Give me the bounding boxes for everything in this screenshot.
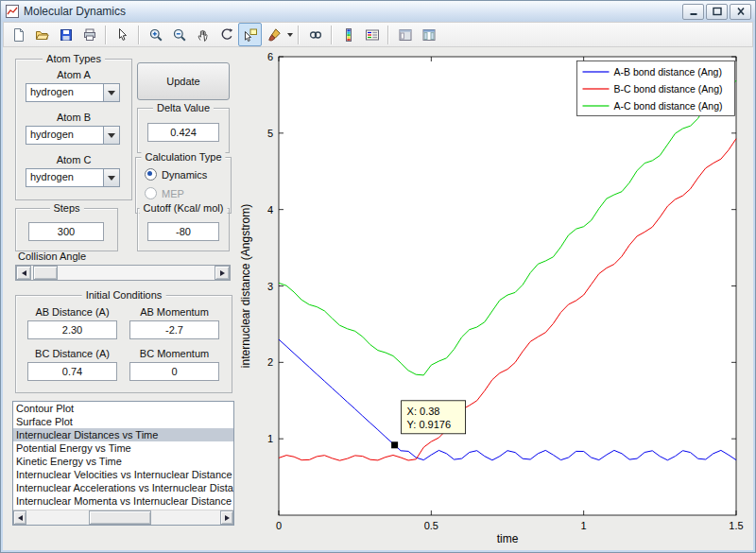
ab-distance-field[interactable]: 2.30 xyxy=(27,320,117,339)
legend-entry: B-C bond distance (Ang) xyxy=(614,83,723,95)
scroll-left-arrow[interactable] xyxy=(13,510,26,525)
legend-entry: A-B bond distance (Ang) xyxy=(614,66,722,78)
calculation-type-title: Calculation Type xyxy=(141,151,225,163)
brush-icon[interactable] xyxy=(262,23,285,46)
insert-legend-icon[interactable] xyxy=(360,23,384,46)
atom-c-dropdown[interactable]: hydrogen xyxy=(26,168,120,187)
y-axis-label: internuclear distance (Angstrom) xyxy=(239,204,252,368)
toolbar-separator xyxy=(387,26,389,44)
ab-distance-label: AB Distance (A) xyxy=(27,306,117,318)
minimize-button[interactable] xyxy=(682,4,704,20)
data-cursor-icon[interactable] xyxy=(238,23,262,46)
bc-momentum-field[interactable]: 0 xyxy=(129,362,219,381)
list-item-potential-energy[interactable]: Potential Energy vs Time xyxy=(13,441,233,455)
list-item-surface-plot[interactable]: Surface Plot xyxy=(13,415,233,428)
collision-angle-label: Collision Angle xyxy=(18,251,86,262)
dynamics-radio[interactable]: Dynamics xyxy=(145,168,207,181)
hide-plot-tools-icon[interactable] xyxy=(393,23,417,46)
legend-entry: A-C bond distance (Ang) xyxy=(614,100,723,112)
atom-b-label: Atom B xyxy=(16,112,131,123)
toolbar-separator xyxy=(298,26,300,44)
radio-dot-icon[interactable] xyxy=(145,187,157,199)
show-plot-tools-icon[interactable] xyxy=(417,23,440,46)
initial-conditions-panel: Initial Conditions AB Distance (A) AB Mo… xyxy=(15,295,232,393)
toolbar-separator xyxy=(331,26,333,44)
ab-momentum-label: AB Momentum xyxy=(129,306,219,318)
ab-momentum-field[interactable]: -2.7 xyxy=(129,320,219,339)
slider-thumb[interactable] xyxy=(33,266,58,280)
y-tick-label: 5 xyxy=(267,128,273,139)
plot-type-listbox[interactable]: Contour Plot Surface Plot Internuclear D… xyxy=(12,401,234,526)
listbox-horizontal-scrollbar[interactable] xyxy=(13,510,233,525)
scroll-thumb[interactable] xyxy=(89,510,151,525)
chevron-down-icon[interactable] xyxy=(103,169,119,186)
titlebar[interactable]: Molecular Dynamics xyxy=(1,1,755,22)
print-figure-icon[interactable] xyxy=(77,23,101,46)
scroll-right-arrow[interactable] xyxy=(220,510,233,525)
figure-window: Molecular Dynamics Ato xyxy=(0,0,756,553)
y-tick-label: 1 xyxy=(267,433,273,444)
datatip-marker xyxy=(391,441,398,448)
slider-right-arrow[interactable] xyxy=(215,266,230,280)
list-item-internuclear-momenta[interactable]: Internuclear Momenta vs Internuclear Dis… xyxy=(13,494,233,508)
list-item-contour-plot[interactable]: Contour Plot xyxy=(13,402,233,415)
collision-angle-slider[interactable] xyxy=(15,265,231,281)
cutoff-panel: Cutoff (Kcal/ mol) -80 xyxy=(137,208,230,251)
chevron-down-icon[interactable] xyxy=(103,127,119,144)
cutoff-field[interactable]: -80 xyxy=(147,222,219,241)
delta-value-panel: Delta Value 0.424 xyxy=(137,108,230,153)
figure-toolbar xyxy=(3,22,753,47)
bc-momentum-label: BC Momentum xyxy=(129,348,219,359)
slider-left-arrow[interactable] xyxy=(16,266,31,280)
bc-distance-field[interactable]: 0.74 xyxy=(27,362,117,381)
edit-plot-icon[interactable] xyxy=(111,23,134,46)
y-tick-label: 2 xyxy=(267,356,273,368)
datatip-x-value: X: 0.38 xyxy=(407,406,440,417)
bc-distance-label: BC Distance (A) xyxy=(27,348,117,359)
axes-box[interactable] xyxy=(279,57,736,515)
zoom-out-icon[interactable] xyxy=(167,23,191,46)
atom-a-dropdown[interactable]: hydrogen xyxy=(26,83,120,102)
update-button[interactable]: Update xyxy=(137,62,230,100)
list-item-internuclear-distances[interactable]: Internuclear Distances vs Time xyxy=(13,428,233,441)
x-axis-label: time xyxy=(497,532,519,545)
plot-axes[interactable]: 00.511.5123456timeinternuclear distance … xyxy=(236,49,747,548)
list-item-kinetic-energy[interactable]: Kinetic Energy vs Time xyxy=(13,455,233,468)
list-item-internuclear-velocities[interactable]: Internuclear Velocities vs Internuclear … xyxy=(13,468,233,481)
initial-conditions-title: Initial Conditions xyxy=(82,289,166,301)
toolbar-separator xyxy=(105,26,107,44)
steps-panel: Steps 300 xyxy=(15,208,118,251)
radio-dot-icon[interactable] xyxy=(145,168,157,181)
atom-types-title: Atom Types xyxy=(43,53,105,64)
pan-icon[interactable] xyxy=(191,23,215,46)
app-icon xyxy=(5,4,20,19)
delta-value-field[interactable]: 0.424 xyxy=(147,123,219,142)
zoom-in-icon[interactable] xyxy=(144,23,167,46)
y-tick-label: 4 xyxy=(267,204,273,216)
atom-types-panel: Atom Types Atom A hydrogen Atom B hydrog… xyxy=(15,59,132,200)
save-figure-icon[interactable] xyxy=(54,23,77,46)
brush-dropdown-icon[interactable] xyxy=(285,24,294,45)
steps-title: Steps xyxy=(49,202,83,214)
legend[interactable]: A-B bond distance (Ang)B-C bond distance… xyxy=(577,61,735,116)
datatip-y-value: Y: 0.9176 xyxy=(407,419,452,430)
x-tick-label: 1.5 xyxy=(729,520,743,531)
steps-field[interactable]: 300 xyxy=(28,222,104,241)
mep-radio[interactable]: MEP xyxy=(145,187,184,199)
insert-colorbar-icon[interactable] xyxy=(336,23,360,46)
chevron-down-icon[interactable] xyxy=(103,84,119,101)
close-button[interactable] xyxy=(730,4,751,20)
y-tick-label: 3 xyxy=(267,281,273,292)
atom-b-dropdown[interactable]: hydrogen xyxy=(26,126,120,145)
atom-c-label: Atom C xyxy=(16,154,131,165)
atom-a-label: Atom A xyxy=(16,69,131,80)
new-figure-icon[interactable] xyxy=(7,23,30,46)
rotate-3d-icon[interactable] xyxy=(215,23,238,46)
cutoff-title: Cutoff (Kcal/ mol) xyxy=(140,202,228,214)
open-file-icon[interactable] xyxy=(30,23,54,46)
toolbar-separator xyxy=(138,26,140,44)
list-item-internuclear-accelerations[interactable]: Internuclear Accelerations vs Internucle… xyxy=(13,481,233,494)
maximize-button[interactable] xyxy=(706,4,728,20)
y-tick-label: 6 xyxy=(267,51,273,62)
link-plot-icon[interactable] xyxy=(303,23,327,46)
